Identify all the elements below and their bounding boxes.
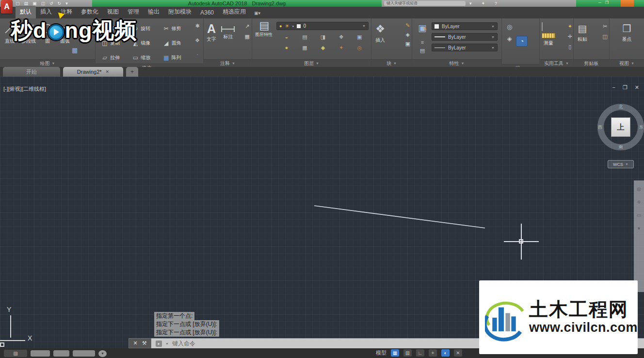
scale-tool[interactable]: ▭缩放 xyxy=(132,51,158,64)
layer-dropdown[interactable]: ● ☀ ▪ 0 ▼ xyxy=(276,22,369,30)
measure-tool[interactable]: 测量 xyxy=(542,18,555,47)
grid-toggle-icon[interactable]: ▦ xyxy=(391,349,399,357)
ortho-toggle-icon[interactable]: ∟ xyxy=(416,349,424,357)
ribbon-tab-a360[interactable]: A360 xyxy=(196,7,218,18)
cut-icon[interactable]: ✂ xyxy=(603,23,607,30)
properties-list-icon[interactable]: ≡▤ xyxy=(415,38,430,54)
layer-tool-icon[interactable]: ◆ xyxy=(314,45,332,51)
layer-tool-icon[interactable]: ● xyxy=(277,45,296,51)
base-tool[interactable]: ❒ 基点 xyxy=(622,18,632,43)
panel-label-annotation[interactable]: 注释 ▼ xyxy=(204,59,252,67)
a360-icon[interactable]: ✦ xyxy=(482,0,485,6)
recent-commands-icon[interactable]: ▼ xyxy=(165,342,169,345)
layer-tool-icon[interactable]: ◒ xyxy=(277,34,296,40)
new-drawing-tab-button[interactable]: + xyxy=(126,67,138,77)
help-icon[interactable]: ? xyxy=(495,0,497,6)
group-icon[interactable]: ◎ xyxy=(507,23,512,31)
edit-block-icon[interactable]: ✎ xyxy=(405,22,410,29)
command-line-buttons: ✕ ⚒ xyxy=(129,338,151,348)
quick-select-icon[interactable]: ✦ xyxy=(568,23,572,30)
layer-tool-icon[interactable]: ▦ xyxy=(296,45,314,51)
hatch-icon[interactable]: ▦ xyxy=(72,47,78,54)
insert-block-tool[interactable]: ❖ 插入 xyxy=(375,18,385,44)
fillet-tool[interactable]: ◢圆角 xyxy=(163,37,189,49)
layer-tool-icon[interactable]: ▣ xyxy=(350,34,369,40)
group-selection-toggle[interactable]: ◔ xyxy=(516,36,528,47)
tab-start-label: 开始 xyxy=(26,68,37,76)
record-indicator xyxy=(621,0,634,7)
paste-tool[interactable]: ▤ 粘贴 xyxy=(578,18,587,43)
explode-icon[interactable]: ❖ xyxy=(193,37,201,49)
point-icon[interactable]: ✛ xyxy=(568,33,572,40)
layer-tool-icon[interactable]: ❖ xyxy=(332,34,351,40)
panel-label-draw[interactable]: 绘图 ▼ xyxy=(0,59,95,67)
autocad-window: ▢ ▤ ▣ ◫ ↺ ↻ ▾ Autodesk AutoCAD 2018 Draw… xyxy=(0,0,644,358)
clipboard-side-icons: ✂ ◫ xyxy=(603,23,608,40)
lineweight-toggle-icon[interactable]: ✕ xyxy=(454,349,462,357)
autocad-app-menu-icon[interactable]: A xyxy=(1,0,13,14)
ribbon-options-icon[interactable]: ▣▾ xyxy=(250,8,264,18)
snap-toggle-icon[interactable]: ▥ xyxy=(403,349,412,357)
erase-icon[interactable]: ✱ xyxy=(193,23,201,35)
more-modify-icon[interactable]: · xyxy=(193,51,201,64)
panel-label-view[interactable]: 视图 ▼ xyxy=(610,59,644,67)
layer-tool-icon[interactable]: ✦ xyxy=(332,45,351,51)
layer-tool-icon[interactable]: ◎ xyxy=(350,45,369,51)
table-icon[interactable]: ▦ xyxy=(245,33,250,40)
layer-tool-icon[interactable]: ◨ xyxy=(314,34,332,40)
insert-block-icon: ❖ xyxy=(375,23,385,35)
search-input[interactable]: 键入关键字或短语 xyxy=(384,1,466,6)
id-icon[interactable]: ▯ xyxy=(568,44,571,50)
panel-label-layers[interactable]: 图层 ▼ xyxy=(252,59,371,67)
object-color-dropdown[interactable]: ByLayer ▼ xyxy=(432,22,498,30)
polar-toggle-icon[interactable]: + xyxy=(429,349,437,357)
model-space-label[interactable]: 模型 xyxy=(376,349,386,357)
layout-tab[interactable] xyxy=(31,350,50,357)
match-properties-tool[interactable]: ▣✎ ≡▤ xyxy=(415,22,430,54)
ungroup-icon[interactable]: ◈ xyxy=(507,35,512,42)
tab-drawing2[interactable]: Drawing2* ✕ xyxy=(63,67,123,77)
panel-label-properties[interactable]: 特性 ▼ xyxy=(412,59,501,67)
grid-display-button[interactable]: ▨ xyxy=(4,350,27,357)
linetype-dropdown[interactable]: ByLayer ▼ xyxy=(432,44,498,51)
ribbon-tab-output[interactable]: 输出 xyxy=(144,6,164,18)
osnap-toggle-icon[interactable]: ◐ xyxy=(441,349,450,357)
panel-label-utilities[interactable]: 实用工具 ▼ xyxy=(540,59,573,67)
lineweight-dropdown[interactable]: ByLayer ▼ xyxy=(432,33,498,41)
array-icon: ▦ xyxy=(163,54,170,61)
block-attributes-icon[interactable]: ▣ xyxy=(405,41,410,47)
panel-label-clipboard[interactable]: 剪贴板 xyxy=(574,59,609,67)
dimension-tool[interactable]: 标注 xyxy=(221,18,235,40)
text-tool[interactable]: A 文字 xyxy=(207,18,216,43)
civilcn-text: 土木工程网 www.civilcn.com xyxy=(529,299,638,335)
customize-wrench-icon[interactable]: ⚒ xyxy=(142,340,147,346)
create-block-icon[interactable]: ◈ xyxy=(405,32,410,38)
layer-properties-tool[interactable]: ▤ 图层特性 xyxy=(254,19,274,37)
panel-block-title: 块 xyxy=(386,60,391,67)
trim-tool[interactable]: ✂修剪 xyxy=(163,23,189,35)
tab-start[interactable]: 开始 xyxy=(3,67,60,77)
base-icon: ❒ xyxy=(623,23,631,34)
ribbon-tab-addins[interactable]: 附加模块 xyxy=(164,6,196,18)
close-tab-icon[interactable]: ✕ xyxy=(106,69,110,74)
layout-tab[interactable] xyxy=(73,350,95,357)
close-command-icon[interactable]: ✕ xyxy=(133,340,137,346)
civilcn-watermark: 土木工程网 www.civilcn.com xyxy=(479,280,638,354)
layer-tool-icon[interactable]: ▤ xyxy=(296,34,314,40)
leader-icon[interactable]: ↗ xyxy=(245,23,249,30)
layout-tabs-area: ▨ ▼ xyxy=(4,350,107,357)
stretch-tool[interactable]: ▱拉伸 xyxy=(101,51,127,64)
drawing-canvas[interactable]: [-][俯视][二维线框] − ❐ ✕ 北 南 西 东 上 WCS ▼ ◎ ✛ … xyxy=(0,77,644,348)
sign-in-icon[interactable]: ▾ xyxy=(469,0,472,6)
layout-menu-icon[interactable]: ▼ xyxy=(98,350,107,357)
panel-label-block[interactable]: 块 ▼ xyxy=(371,59,412,67)
group-tools: ◎ ◈ ◔ xyxy=(502,18,539,64)
ucs-icon: Y X xyxy=(0,306,41,350)
panel-view-title: 视图 xyxy=(619,60,629,67)
layout-tab[interactable] xyxy=(53,350,69,357)
chevron-down-icon: ▼ xyxy=(362,24,366,28)
array-tool[interactable]: ▦阵列 xyxy=(163,51,189,64)
copy-clip-icon[interactable]: ◫ xyxy=(603,33,608,40)
ribbon-tab-featured-apps[interactable]: 精选应用 xyxy=(218,6,250,18)
drawn-line-segment[interactable] xyxy=(314,206,485,228)
